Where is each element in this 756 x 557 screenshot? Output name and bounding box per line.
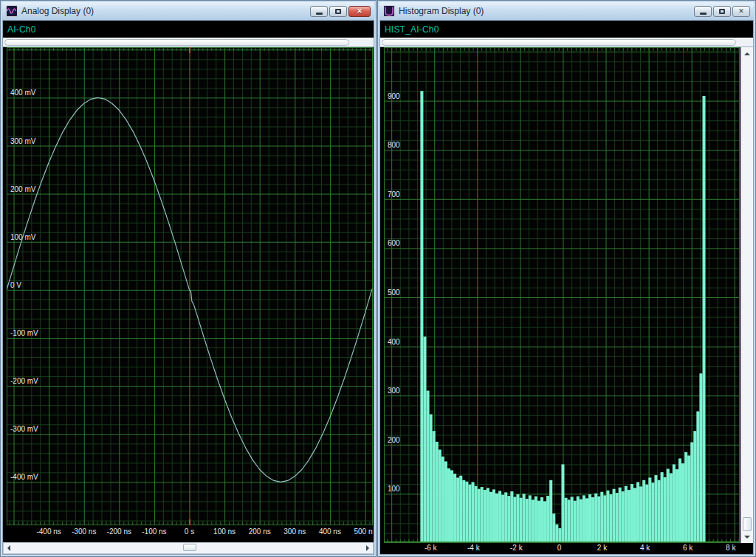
y-tick-label: 100	[388, 485, 400, 493]
y-tick-label: 300	[388, 387, 400, 395]
x-tick-label: 8 k	[726, 544, 735, 552]
maximize-icon	[719, 9, 725, 14]
minimize-button[interactable]	[310, 6, 328, 17]
x-tick-label: 200 ns	[249, 527, 271, 536]
histogram-display-window: Histogram Display (0) ✕ HIST_AI-Ch0 9008…	[377, 0, 756, 557]
x-tick-label: -200 ns	[107, 527, 131, 536]
histogram-channel-bar: HIST_AI-Ch0	[380, 21, 753, 38]
y-tick-label: 700	[388, 190, 400, 198]
histogram-plot-area[interactable]: 900800700600500400300200100	[380, 47, 740, 543]
analog-display-window: Analog Display (0) ✕ AI-Ch0 400 mV300 mV…	[0, 0, 377, 557]
y-tick-label: 200	[388, 436, 400, 444]
analog-window-title: Analog Display (0)	[21, 6, 306, 16]
x-tick-label: 0 s	[185, 527, 194, 536]
x-tick-label: -400 ns	[36, 527, 61, 536]
y-tick-label: 400 mV	[10, 89, 36, 97]
histogram-vertical-scrollbar[interactable]	[740, 47, 753, 543]
scroll-right-button[interactable]	[362, 543, 373, 553]
histogram-x-axis-labels: -6 k-4 k-2 k02 k4 k6 k8 k	[384, 543, 740, 554]
analog-bottom-scrollbar-thumb[interactable]	[183, 544, 196, 551]
histogram-top-scrollbar[interactable]	[380, 38, 753, 47]
minimize-icon	[316, 13, 323, 15]
sine-wave-icon	[6, 5, 18, 17]
x-tick-label: 400 ns	[319, 527, 341, 536]
histogram-content: HIST_AI-Ch0 900800700600500400300200100 …	[379, 20, 754, 555]
y-tick-label: 0 V	[10, 281, 21, 289]
close-icon: ✕	[357, 7, 362, 15]
close-button[interactable]: ✕	[732, 6, 750, 17]
maximize-button[interactable]	[713, 6, 731, 17]
analog-bottom-scrollbar[interactable]	[3, 542, 374, 554]
analog-content: AI-Ch0 400 mV300 mV200 mV100 mV0 V-100 m…	[2, 20, 374, 555]
analog-bottom-scrollbar-track[interactable]	[14, 543, 362, 553]
x-tick-label: -300 ns	[72, 527, 96, 536]
y-tick-label: 900	[388, 92, 400, 100]
x-tick-label: -6 k	[425, 544, 437, 552]
arrow-down-icon	[744, 536, 750, 539]
histogram-top-scrollbar-thumb[interactable]	[382, 39, 736, 46]
y-tick-label: 400	[388, 338, 400, 346]
close-icon: ✕	[738, 7, 744, 15]
x-tick-label: 2 k	[597, 544, 607, 552]
arrow-left-icon	[7, 545, 10, 551]
close-button[interactable]: ✕	[348, 6, 371, 17]
x-tick-label: 500 ns	[354, 527, 374, 536]
x-tick-label: -4 k	[467, 544, 480, 552]
histogram-channel-label: HIST_AI-Ch0	[385, 24, 439, 35]
histogram-window-title: Histogram Display (0)	[399, 6, 690, 16]
histogram-titlebar[interactable]: Histogram Display (0) ✕	[379, 2, 754, 20]
y-tick-label: 500	[388, 288, 400, 297]
scroll-up-button[interactable]	[741, 49, 753, 58]
analog-top-scrollbar[interactable]	[3, 38, 374, 47]
analog-top-scrollbar-thumb[interactable]	[4, 39, 349, 46]
y-tick-label: -300 mV	[10, 425, 38, 433]
y-tick-label: 300 mV	[10, 137, 36, 145]
histogram-icon	[383, 5, 395, 17]
histogram-plot[interactable]: 900800700600500400300200100	[384, 47, 740, 543]
arrow-right-icon	[366, 545, 369, 551]
scroll-down-button[interactable]	[741, 532, 753, 542]
y-tick-label: -200 mV	[10, 377, 38, 385]
scroll-left-button[interactable]	[4, 543, 14, 553]
analog-plot[interactable]: 400 mV300 mV200 mV100 mV0 V-100 mV-200 m…	[7, 47, 373, 525]
analog-channel-label: AI-Ch0	[7, 24, 36, 35]
maximize-icon	[335, 9, 341, 14]
y-tick-label: -100 mV	[10, 329, 38, 337]
x-tick-label: 6 k	[683, 544, 693, 552]
arrow-up-icon	[744, 52, 750, 55]
analog-x-axis-labels: -400 ns-300 ns-200 ns-100 ns0 s100 ns200…	[7, 525, 373, 542]
analog-channel-bar: AI-Ch0	[3, 21, 374, 38]
minimize-icon	[700, 13, 707, 15]
y-tick-label: -400 mV	[10, 473, 38, 481]
y-tick-label: 200 mV	[10, 185, 36, 193]
x-tick-label: -2 k	[510, 544, 523, 552]
analog-titlebar[interactable]: Analog Display (0) ✕	[2, 2, 374, 20]
x-tick-label: 4 k	[640, 544, 650, 552]
x-tick-label: 300 ns	[284, 527, 306, 536]
minimize-button[interactable]	[694, 6, 712, 17]
y-tick-label: 600	[388, 239, 400, 247]
x-tick-label: 0	[557, 544, 562, 552]
y-tick-label: 800	[388, 141, 400, 149]
y-tick-label: 100 mV	[10, 233, 36, 241]
x-tick-label: -100 ns	[142, 527, 166, 536]
analog-plot-area[interactable]: 400 mV300 mV200 mV100 mV0 V-100 mV-200 m…	[3, 47, 374, 525]
x-tick-label: 100 ns	[213, 527, 236, 536]
maximize-button[interactable]	[329, 6, 347, 17]
histogram-vscrollbar-thumb[interactable]	[743, 517, 752, 531]
